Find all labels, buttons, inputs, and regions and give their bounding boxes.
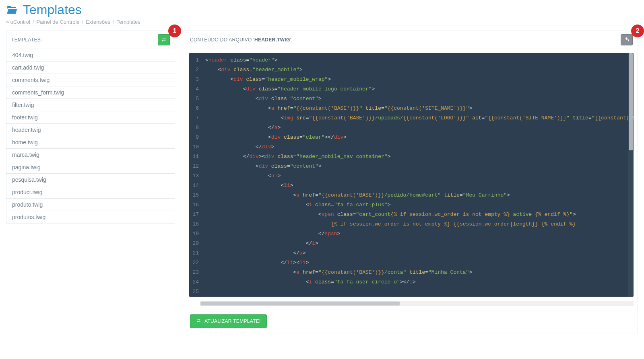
page-title: Templates [23,2,82,17]
line-number: 19 [189,229,199,239]
code-area[interactable]: <header class="header"> <div class="head… [201,53,634,297]
code-line: <div class="header_mobile"> [205,65,634,75]
breadcrumb-sep: / [30,19,37,25]
templates-panel: 1 Templates: 404.twigcart.add.twigcommen… [6,31,175,224]
line-number: 4 [189,84,199,94]
exchange-icon [161,37,167,43]
line-number: 18 [189,220,199,229]
code-line: {% if session.wc_order is not empty %} {… [205,220,634,229]
exchange-icon [196,318,201,324]
template-file-item: 404.twig [6,49,175,62]
editor-panel: 2 Conteúdo do arquivo 'HEADER.TWIG': 123… [185,31,638,334]
template-file-item: pagina.twig [6,161,175,174]
breadcrumb-item[interactable]: Extensões [86,19,110,25]
template-file-link[interactable]: comments.twig [6,74,175,86]
callout-badge-1: 1 [168,25,181,37]
template-file-link[interactable]: cart.add.twig [6,62,175,74]
line-number: 2 [189,65,199,75]
editor-panel-header: Conteúdo do arquivo 'HEADER.TWIG': [185,31,638,49]
template-file-link[interactable]: header.twig [6,124,175,136]
callout-badge-2: 2 [631,25,644,37]
template-file-link[interactable]: produtos.twig [6,211,175,223]
code-editor[interactable]: 1234567891011121314151617181920212223242… [189,53,634,297]
code-line: </span> [205,229,634,239]
template-file-item: produtos.twig [6,211,175,223]
line-gutter: 1234567891011121314151617181920212223242… [189,53,201,297]
folder-open-icon [6,4,18,16]
template-file-link[interactable]: pesquisa.twig [6,174,175,186]
code-line: <a href="{{constant('BASE')}}/conta" tit… [205,268,634,277]
code-line: <header class="header"> [205,55,634,65]
editor-header-prefix: Conteúdo do arquivo ' [190,37,254,43]
code-line: <i class="fa fa-user-circle-o"></i> [205,277,634,287]
breadcrumb-prefix: » [6,19,10,25]
code-line: <ul> [205,171,634,181]
code-line: <i class="fa fa-cart-plus"> [205,200,634,210]
page-root: Templates » uControl/Painel de Controle/… [0,0,644,342]
template-file-link[interactable]: produto.twig [6,199,175,211]
template-file-item: pesquisa.twig [6,174,175,186]
undo-button[interactable] [621,34,633,45]
line-number: 12 [189,162,199,171]
editor-header-filename: HEADER.TWIG [254,37,290,43]
editor-header-suffix: ': [290,37,293,43]
template-file-link[interactable]: marca.twig [6,149,175,161]
code-line [205,287,634,297]
template-file-link[interactable]: pagina.twig [6,161,175,173]
template-file-link[interactable]: filter.twig [6,99,175,111]
line-number: 16 [189,200,199,210]
breadcrumb: » uControl/Painel de Controle/Extensões/… [6,17,638,31]
line-number: 8 [189,123,199,133]
template-file-link[interactable]: footer.twig [6,111,175,123]
scrollbar-thumb[interactable] [629,53,633,150]
code-line: <div class="header_mobile_wrap"> [205,75,634,84]
template-file-link[interactable]: product.twig [6,186,175,198]
breadcrumb-current: Templates [117,19,140,25]
line-number: 11 [189,152,199,162]
template-file-item: filter.twig [6,99,175,111]
content-row: 1 Templates: 404.twigcart.add.twigcommen… [6,31,638,334]
template-file-link[interactable]: comments_form.twig [6,86,175,98]
code-line: <div class="header_mobile_logo container… [205,84,634,94]
template-file-item: produto.twig [6,199,175,211]
code-line: <span class="cart_count{% if session.wc_… [205,210,634,220]
template-file-link[interactable]: 404.twig [6,49,175,61]
template-file-item: header.twig [6,124,175,136]
line-number: 23 [189,268,199,277]
code-line: <li> [205,181,634,191]
code-line: </div><div class="header_mobile_nav cont… [205,152,634,162]
templates-panel-header: Templates: [6,31,175,49]
code-line: </li><li> [205,258,634,268]
editor-vertical-scrollbar[interactable] [628,53,634,297]
code-line: </a> [205,248,634,258]
editor-panel-footer: ATUALIZAR TEMPLATE! [185,310,638,334]
code-line: <div class="content"> [205,162,634,171]
line-number: 21 [189,248,199,258]
editor-header-text: Conteúdo do arquivo 'HEADER.TWIG': [190,37,293,43]
undo-icon [624,37,630,43]
template-file-item: product.twig [6,186,175,199]
line-number: 10 [189,142,199,152]
code-line: <div class="clear"></div> [205,133,634,142]
refresh-button[interactable] [158,34,170,45]
line-number: 5 [189,94,199,104]
line-number: 22 [189,258,199,268]
breadcrumb-item[interactable]: Painel de Controle [37,19,80,25]
line-number: 3 [189,75,199,84]
templates-panel-label: Templates: [11,37,42,43]
editor-horizontal-scrollbar[interactable] [200,301,634,306]
breadcrumb-item[interactable]: uControl [10,19,30,25]
template-file-list: 404.twigcart.add.twigcomments.twigcommen… [6,49,175,223]
scrollbar-thumb[interactable] [200,302,400,306]
code-line: </a> [205,123,634,133]
line-number: 9 [189,133,199,142]
update-template-button[interactable]: ATUALIZAR TEMPLATE! [190,314,267,328]
line-number: 14 [189,181,199,191]
template-file-link[interactable]: home.twig [6,136,175,148]
template-file-item: marca.twig [6,149,175,161]
code-line: <a href="{{constant('BASE')}}/pedido/hom… [205,191,634,200]
line-number: 17 [189,210,199,220]
line-number: 24 [189,277,199,287]
line-number: 6 [189,104,199,113]
code-line: </div> [205,142,634,152]
